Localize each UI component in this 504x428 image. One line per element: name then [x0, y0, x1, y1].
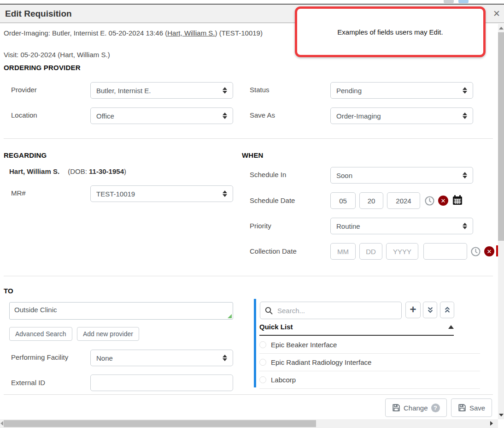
- list-item-label: Epic Radiant Radiology Interface: [271, 358, 371, 366]
- scrollbar-corner: [498, 419, 504, 428]
- sort-arrows-icon: [463, 87, 467, 94]
- list-item[interactable]: Labcorp: [259, 371, 480, 389]
- radio-icon[interactable]: [259, 376, 266, 383]
- mr-label: MR#: [11, 189, 26, 197]
- section-divider: [4, 276, 493, 276]
- dob-value: 11-30-1954: [89, 167, 124, 175]
- sort-arrows-icon: [223, 113, 227, 119]
- save-disk-icon: [458, 404, 466, 412]
- dob-prefix: (DOB:: [68, 167, 89, 175]
- save-as-label: Save As: [250, 111, 275, 119]
- help-icon[interactable]: ?: [431, 404, 440, 412]
- double-chevron-up-icon: [444, 306, 451, 314]
- save-as-select[interactable]: Order-Imaging: [330, 107, 473, 124]
- performing-facility-label: Performing Facility: [11, 353, 68, 361]
- location-select[interactable]: Office: [90, 107, 233, 124]
- change-button[interactable]: Change ?: [385, 398, 447, 417]
- schedule-in-label: Schedule In: [250, 171, 286, 178]
- add-new-provider-button[interactable]: Add new provider: [77, 327, 139, 341]
- plus-icon: +: [410, 304, 416, 315]
- quick-list-title: Quick List: [259, 323, 448, 331]
- scroll-down-icon[interactable]: [499, 414, 504, 416]
- performing-facility-value: None: [96, 354, 220, 362]
- scroll-up-icon[interactable]: [499, 27, 504, 30]
- collapse-all-button[interactable]: [440, 302, 454, 318]
- mr-value: TEST-10019: [96, 190, 220, 198]
- calendar-icon[interactable]: [452, 195, 463, 206]
- visit-summary-line: Visit: 05-20-2024 (Hart, William S.): [4, 51, 110, 59]
- list-item-label: Epic Beaker Interface: [271, 341, 337, 349]
- schedule-day-input[interactable]: [359, 192, 383, 209]
- radio-icon[interactable]: [259, 359, 266, 366]
- provider-label: Provider: [11, 86, 37, 94]
- radio-icon[interactable]: [259, 341, 266, 348]
- status-label: Status: [250, 86, 270, 94]
- patient-info-line: Hart, William S. (DOB: 11-30-1954): [9, 167, 126, 175]
- close-icon[interactable]: ✕: [493, 9, 500, 18]
- search-icon: [265, 307, 273, 315]
- list-item[interactable]: Epic Radiant Radiology Interface: [259, 353, 480, 371]
- ordering-provider-heading: ORDERING PROVIDER: [4, 64, 81, 71]
- clock-icon[interactable]: [425, 196, 434, 206]
- schedule-year-input[interactable]: [387, 192, 420, 209]
- order-summary-line: Order-Imaging: Butler, Internist E. 05-2…: [4, 29, 263, 37]
- quick-list-header[interactable]: Quick List: [259, 323, 454, 331]
- save-button[interactable]: Save: [451, 398, 492, 417]
- collection-year-input[interactable]: [386, 243, 418, 260]
- collection-time-input[interactable]: [423, 243, 467, 260]
- collection-date-label: Collection Date: [250, 247, 297, 255]
- resize-grip-icon[interactable]: [228, 314, 232, 318]
- section-divider: [4, 138, 493, 139]
- list-item[interactable]: Epic Beaker Interface: [259, 336, 480, 354]
- when-heading: WHEN: [242, 151, 264, 159]
- recipient-value: Outside Clinic: [14, 306, 57, 314]
- collapse-icon: [448, 325, 454, 329]
- schedule-month-input[interactable]: [330, 192, 356, 209]
- dob-suffix: ): [124, 167, 126, 175]
- location-value: Office: [96, 112, 220, 120]
- priority-label: Priority: [250, 222, 271, 230]
- recipient-textarea[interactable]: Outside Clinic: [9, 302, 233, 320]
- footer-divider: [4, 394, 493, 395]
- clock-icon[interactable]: [471, 247, 481, 256]
- priority-select[interactable]: Routine: [330, 218, 473, 234]
- scroll-left-icon[interactable]: [0, 421, 3, 426]
- scroll-right-icon[interactable]: [490, 421, 493, 426]
- vertical-scrollbar-thumb[interactable]: [498, 32, 504, 241]
- sort-arrows-icon: [463, 223, 467, 229]
- list-item-label: Labcorp: [271, 376, 296, 384]
- add-recipient-button[interactable]: +: [405, 302, 421, 318]
- collection-day-input[interactable]: [359, 243, 382, 260]
- panel-accent-bar: [254, 299, 256, 387]
- directory-search[interactable]: [260, 302, 402, 319]
- save-disk-icon: [392, 404, 400, 412]
- double-chevron-down-icon: [427, 306, 434, 314]
- collection-month-input[interactable]: [330, 243, 356, 260]
- change-label: Change: [404, 404, 428, 412]
- mr-select[interactable]: TEST-10019: [90, 185, 233, 202]
- background-button-partial-blue: [458, 0, 469, 3]
- to-heading: TO: [4, 287, 13, 295]
- sort-arrows-icon: [223, 190, 227, 197]
- external-id-input[interactable]: [90, 374, 233, 391]
- save-label: Save: [469, 404, 485, 412]
- external-id-label: External ID: [11, 379, 45, 386]
- performing-facility-select[interactable]: None: [90, 350, 233, 366]
- patient-link[interactable]: Hart, William S.: [167, 29, 215, 37]
- order-summary-prefix: Order-Imaging: Butler, Internist E. 05-2…: [4, 29, 167, 37]
- expand-all-button[interactable]: [423, 302, 437, 318]
- patient-name: Hart, William S.: [9, 167, 59, 175]
- schedule-in-select[interactable]: Soon: [330, 167, 473, 184]
- search-input[interactable]: [276, 306, 397, 315]
- clear-date-icon[interactable]: ✕: [438, 196, 448, 206]
- advanced-search-button[interactable]: Advanced Search: [9, 327, 72, 341]
- sort-arrows-icon: [223, 355, 227, 361]
- schedule-date-label: Schedule Date: [250, 196, 295, 204]
- clear-date-icon[interactable]: ✕: [484, 246, 494, 256]
- provider-select[interactable]: Butler, Internist E.: [90, 82, 233, 99]
- priority-value: Routine: [336, 222, 460, 230]
- sort-arrows-icon: [463, 172, 467, 178]
- page-title: Edit Requisition: [0, 9, 72, 19]
- status-select[interactable]: Pending: [330, 82, 473, 99]
- horizontal-scrollbar-thumb[interactable]: [4, 420, 316, 427]
